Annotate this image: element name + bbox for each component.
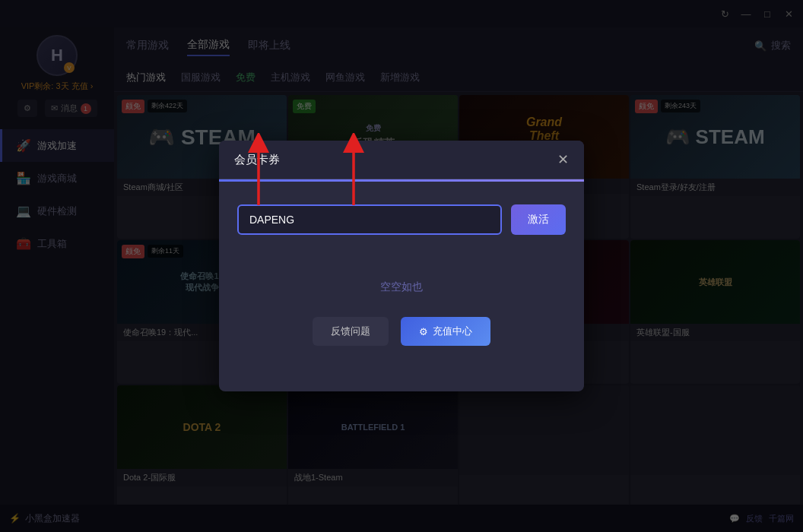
recharge-label: 充值中心 [433, 325, 472, 338]
modal-input-row: 激活 [237, 204, 566, 235]
modal-overlay[interactable]: 会员卡券 ✕ 激活 [0, 0, 803, 532]
empty-label: 空空如也 [237, 280, 566, 294]
recharge-icon: ⚙ [419, 326, 428, 337]
recharge-button[interactable]: ⚙ 充值中心 [401, 317, 490, 346]
modal-title: 会员卡券 [234, 153, 280, 167]
modal-member-coupon: 会员卡券 ✕ 激活 [219, 141, 584, 391]
modal-body: 激活 [219, 182, 584, 391]
activate-button[interactable]: 激活 [511, 204, 566, 235]
modal-header: 会员卡券 ✕ [219, 141, 584, 179]
coupon-input[interactable] [237, 204, 502, 235]
modal-footer: 反馈问题 ⚙ 充值中心 [237, 317, 566, 369]
feedback-button[interactable]: 反馈问题 [313, 317, 389, 346]
modal-close-button[interactable]: ✕ [557, 151, 569, 168]
modal-empty-text: 空空如也 [237, 250, 566, 317]
app-container: ↻ — □ ✕ H V VIP剩余: 3天 充值 › ⚙ ✉ 消 [0, 0, 803, 532]
